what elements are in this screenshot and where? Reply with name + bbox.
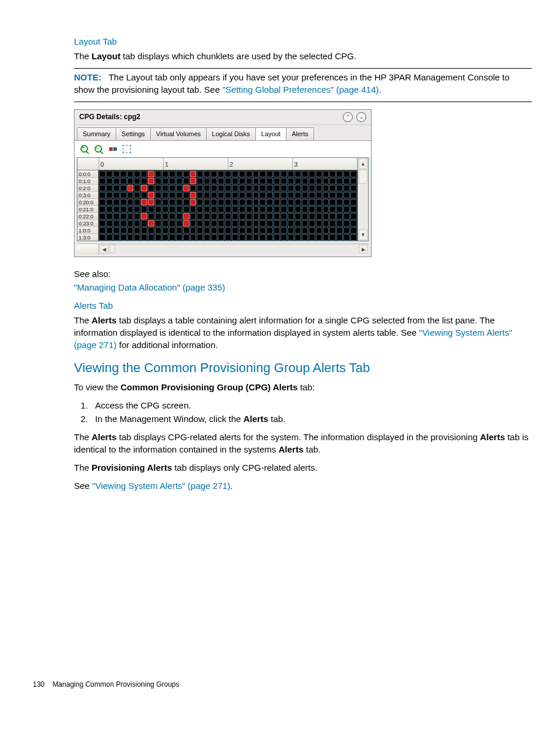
chunklet-empty[interactable] — [302, 192, 308, 198]
chunklet-empty[interactable] — [309, 206, 315, 212]
chunklet-empty[interactable] — [155, 234, 161, 241]
chunklet-empty[interactable] — [343, 206, 350, 212]
chunklet-used[interactable] — [148, 199, 154, 205]
chunklet-empty[interactable] — [246, 213, 252, 220]
chunklet-empty[interactable] — [155, 227, 161, 234]
chunklet-empty[interactable] — [259, 199, 266, 205]
chunklet-empty[interactable] — [329, 178, 336, 184]
chunklet-empty[interactable] — [266, 192, 273, 198]
scroll-up-icon[interactable]: ▲ — [359, 158, 367, 169]
chunklet-empty[interactable] — [134, 199, 140, 205]
tab-summary[interactable]: Summary — [77, 127, 116, 140]
chunklet-empty[interactable] — [190, 213, 197, 220]
chunklet-empty[interactable] — [204, 171, 210, 177]
chunklet-used[interactable] — [148, 192, 154, 198]
chunklet-empty[interactable] — [336, 185, 343, 191]
chunklet-empty[interactable] — [162, 185, 168, 191]
chunklet-empty[interactable] — [246, 220, 252, 227]
chunklet-empty[interactable] — [302, 234, 308, 241]
chunklet-empty[interactable] — [232, 227, 238, 234]
chunklet-empty[interactable] — [127, 192, 134, 198]
chunklet-empty[interactable] — [211, 206, 217, 212]
chunklet-empty[interactable] — [246, 171, 252, 177]
chunklet-empty[interactable] — [176, 185, 183, 191]
chunklet-empty[interactable] — [232, 206, 238, 212]
chunklet-empty[interactable] — [288, 192, 294, 198]
chunklet-empty[interactable] — [218, 199, 224, 205]
chunklet-empty[interactable] — [239, 220, 245, 227]
chunklet-empty[interactable] — [274, 213, 280, 220]
chunklet-empty[interactable] — [288, 220, 294, 227]
chunklet-empty[interactable] — [239, 185, 245, 191]
chunklet-empty[interactable] — [274, 171, 280, 177]
chunklet-empty[interactable] — [323, 213, 329, 220]
chunklet-empty[interactable] — [127, 206, 134, 212]
chunklet-empty[interactable] — [316, 227, 322, 234]
chunklet-empty[interactable] — [113, 199, 120, 205]
chunklet-empty[interactable] — [99, 185, 106, 191]
chunklet-empty[interactable] — [343, 199, 350, 205]
chunklet-used[interactable] — [190, 178, 197, 184]
chunklet-empty[interactable] — [134, 227, 140, 234]
chunklet-empty[interactable] — [162, 234, 168, 241]
chunklet-empty[interactable] — [295, 185, 301, 191]
chunklet-empty[interactable] — [259, 220, 266, 227]
chunklet-empty[interactable] — [336, 220, 343, 227]
chunklet-empty[interactable] — [183, 206, 190, 212]
chunklet-empty[interactable] — [99, 192, 106, 198]
chunklet-empty[interactable] — [127, 171, 134, 177]
chunklet-empty[interactable] — [253, 227, 259, 234]
chunklet-empty[interactable] — [343, 171, 350, 177]
chunklet-used[interactable] — [141, 213, 147, 220]
chunklet-empty[interactable] — [259, 192, 266, 198]
chunklet-empty[interactable] — [211, 171, 217, 177]
chunklet-empty[interactable] — [141, 206, 147, 212]
chunklet-empty[interactable] — [225, 171, 231, 177]
chunklet-empty[interactable] — [204, 199, 210, 205]
chunklet-empty[interactable] — [350, 220, 357, 227]
chunklet-empty[interactable] — [197, 185, 203, 191]
chunklet-empty[interactable] — [113, 234, 120, 241]
chunklet-empty[interactable] — [288, 199, 294, 205]
chunklet-empty[interactable] — [232, 171, 238, 177]
chunklet-empty[interactable] — [266, 199, 273, 205]
chunklet-empty[interactable] — [239, 171, 245, 177]
link-managing-data-allocation[interactable]: "Managing Data Allocation" (page 335) — [74, 282, 225, 292]
chunklet-empty[interactable] — [120, 185, 127, 191]
chunklet-empty[interactable] — [218, 171, 224, 177]
chunklet-empty[interactable] — [113, 178, 120, 184]
chunklet-empty[interactable] — [204, 220, 210, 227]
chunklet-empty[interactable] — [183, 178, 190, 184]
chunklet-empty[interactable] — [295, 234, 301, 241]
chunklet-empty[interactable] — [183, 192, 190, 198]
chunklet-used[interactable] — [148, 171, 154, 177]
chunklet-empty[interactable] — [295, 213, 301, 220]
chunklet-empty[interactable] — [309, 185, 315, 191]
chunklet-empty[interactable] — [204, 185, 210, 191]
chunklet-empty[interactable] — [120, 192, 127, 198]
chunklet-empty[interactable] — [197, 171, 203, 177]
scroll-down-icon[interactable]: ▼ — [359, 229, 367, 240]
chunklet-empty[interactable] — [253, 178, 259, 184]
scroll-thumb[interactable] — [109, 244, 115, 253]
chunklet-used[interactable] — [148, 220, 154, 227]
chunklet-empty[interactable] — [302, 185, 308, 191]
chunklet-empty[interactable] — [169, 234, 176, 241]
chunklet-empty[interactable] — [120, 227, 127, 234]
collapse-up-icon[interactable]: ⌃ — [343, 112, 353, 122]
chunklet-empty[interactable] — [309, 220, 315, 227]
chunklet-empty[interactable] — [329, 192, 336, 198]
chunklet-empty[interactable] — [281, 178, 287, 184]
chunklet-empty[interactable] — [323, 171, 329, 177]
chunklet-empty[interactable] — [350, 213, 357, 220]
chunklet-empty[interactable] — [343, 227, 350, 234]
chunklet-empty[interactable] — [288, 185, 294, 191]
chunklet-empty[interactable] — [288, 178, 294, 184]
chunklet-empty[interactable] — [197, 213, 203, 220]
chunklet-empty[interactable] — [106, 192, 113, 198]
chunklet-empty[interactable] — [274, 185, 280, 191]
chunklet-empty[interactable] — [329, 206, 336, 212]
chunklet-empty[interactable] — [288, 227, 294, 234]
chunklet-empty[interactable] — [99, 178, 106, 184]
chunklet-empty[interactable] — [169, 171, 176, 177]
